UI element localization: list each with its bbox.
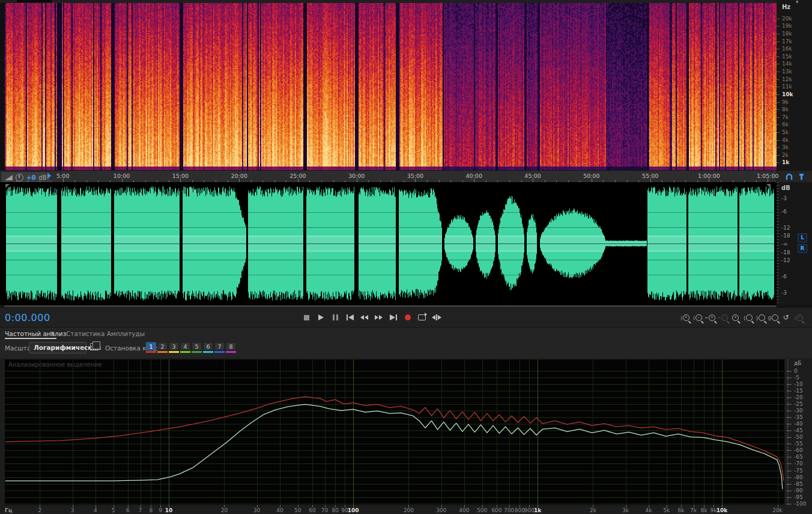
plot-db-tick: [787, 384, 792, 385]
skip-to-end-button[interactable]: [387, 311, 399, 324]
frequency-tick-label: 16k: [782, 46, 792, 52]
plot-hz-tick-label: 20: [221, 507, 228, 513]
frequency-tick-label: 4k: [782, 137, 789, 143]
zoom-to-selection-icon[interactable]: {}: [768, 311, 779, 324]
tab-amplitude-statistics[interactable]: Статистика Амплитуды: [66, 330, 145, 337]
plot-db-tick-label: -85: [794, 481, 803, 487]
left-channel-curve: [5, 397, 784, 481]
frame-hold-button-1[interactable]: 1: [146, 342, 156, 353]
frequency-tick: [777, 124, 780, 125]
frequency-scale[interactable]: ▾ Hz 20k19k18k17k16k15k14k13k12k11k10k9k…: [777, 0, 812, 170]
frequency-tick-label: 15k: [782, 54, 792, 60]
plot-hz-tick-label: 1k: [534, 507, 541, 513]
clock-icon[interactable]: [16, 174, 23, 182]
frequency-tick: [777, 94, 780, 95]
zoom-in-outpoint-icon[interactable]: }: [755, 311, 766, 324]
amplitude-scale[interactable]: dB -3-6-12-18-∞-18-12-6-3LR: [777, 182, 812, 305]
zoom-out-amplitude-icon[interactable]: |-: [692, 311, 703, 324]
scrollbar-handle[interactable]: [4, 305, 777, 307]
plot-hz-tick-label: 10k: [717, 507, 728, 513]
snapping-toggle-icon[interactable]: [47, 173, 52, 180]
active-tab-underline: [5, 338, 56, 339]
gain-unit: dB: [38, 174, 46, 181]
frame-hold-button-5[interactable]: 5: [192, 342, 202, 353]
ruler-time-label: 20:00: [231, 173, 247, 179]
record-button[interactable]: [401, 311, 414, 324]
zoom-in-time-icon[interactable]: ⌐+: [704, 311, 716, 324]
skip-to-start-button[interactable]: [344, 311, 356, 324]
restore-default-zoom-icon[interactable]: ↺: [780, 311, 792, 324]
ruler-time-label: 10:00: [114, 173, 130, 179]
frequency-tick: [777, 41, 780, 42]
plot-db-tick: [787, 464, 792, 464]
plot-hz-tick-label: 9: [159, 507, 162, 513]
frame-hold-button-6[interactable]: 6: [203, 342, 213, 353]
ruler-time-label: 25:00: [289, 173, 306, 179]
right-channel-curve: [5, 405, 783, 489]
frame-hold-button-4[interactable]: 4: [180, 342, 190, 353]
tab-frequency-analysis[interactable]: Частотный анализ: [5, 330, 66, 337]
frame-hold-button-8[interactable]: 8: [226, 342, 236, 353]
panel-menu-icon[interactable]: ≡: [49, 329, 55, 337]
channel-button-r[interactable]: R: [798, 244, 807, 253]
plot-hz-tick-label: 600: [491, 507, 501, 513]
chevron-down-icon[interactable]: ▾: [796, 0, 799, 5]
levels-ramp-icon[interactable]: [5, 175, 13, 180]
plot-hz-tick-label: 80: [332, 507, 339, 513]
plot-db-tick-label: -75: [794, 468, 803, 474]
plot-hz-tick-label: 30: [253, 507, 260, 513]
frequency-tick-label: 7k: [782, 114, 789, 120]
play-button[interactable]: [315, 311, 327, 324]
plot-hz-tick-label: 70: [321, 507, 328, 513]
zoom-out-time-icon[interactable]: ⌐-: [717, 311, 729, 324]
frequency-plot[interactable]: Анализированное выделение: [5, 359, 784, 505]
ruler-time-label: 35:00: [407, 173, 423, 179]
plot-db-tick: [787, 437, 792, 438]
frame-hold-button-7[interactable]: 7: [214, 342, 225, 353]
pin-marker-icon[interactable]: [799, 173, 804, 180]
frequency-tick-label: 8k: [782, 106, 789, 112]
skip-selection-button[interactable]: [430, 311, 443, 324]
plot-hz-tick-label: 300: [436, 507, 446, 513]
ruler-time-label: 55:00: [642, 173, 658, 179]
plot-hz-tick-label: 20k: [772, 507, 783, 513]
plot-db-axis: дБ 0-5-10-15-20-25-30-35-40-45-50-55-60-…: [784, 359, 812, 505]
timecode-display[interactable]: 0:00.000: [5, 312, 50, 323]
frame-hold-button-2[interactable]: 2: [157, 342, 168, 353]
plot-hz-tick-label: 4k: [645, 507, 652, 513]
plot-db-tick: [787, 457, 792, 457]
frame-hold-button-3[interactable]: 3: [169, 342, 179, 353]
channel-button-l[interactable]: L: [798, 233, 807, 242]
plot-db-tick: [787, 430, 792, 431]
spectrogram-display[interactable]: [4, 3, 777, 170]
loop-range-icon[interactable]: [786, 174, 793, 180]
stop-button[interactable]: [300, 311, 313, 324]
plot-hz-tick-label: 40: [276, 507, 283, 513]
amplitude-tick-label: -12: [781, 225, 790, 231]
gain-value[interactable]: +0: [26, 174, 35, 181]
plot-hz-tick-label: 200: [404, 507, 414, 513]
waveform-display[interactable]: [4, 182, 777, 305]
pause-button[interactable]: [329, 311, 342, 324]
copy-to-clipboard-button[interactable]: [90, 343, 98, 350]
zoom-extra-icon[interactable]: |+: [793, 311, 804, 324]
frequency-tick-label: 11k: [782, 84, 792, 90]
frequency-tick-label: 5k: [782, 129, 789, 135]
rewind-button[interactable]: [358, 311, 371, 324]
plot-hz-tick-label: 7k: [690, 507, 697, 513]
amplitude-tick-label: -6: [781, 274, 787, 280]
amplitude-tick-label: -6: [781, 209, 787, 215]
plot-db-tick: [787, 424, 792, 424]
zoom-full-icon[interactable]: +: [730, 311, 741, 324]
amplitude-tick-strip: [777, 182, 779, 305]
frequency-tick-label: 13k: [782, 69, 792, 75]
time-ruler[interactable]: +0 dB 5:0010:0015:0020:0025:0030:0035:00…: [0, 170, 812, 182]
loop-playback-button[interactable]: [416, 311, 428, 324]
plot-db-tick-label: -90: [794, 488, 803, 494]
fast-forward-button[interactable]: [372, 311, 385, 324]
scale-select[interactable]: Логарифмический ∨: [29, 342, 86, 353]
frequency-tick: [777, 162, 780, 163]
zoom-in-amplitude-icon[interactable]: |+: [679, 311, 691, 324]
zoom-in-inpoint-icon[interactable]: {: [742, 311, 754, 324]
frequency-tick: [777, 102, 780, 103]
